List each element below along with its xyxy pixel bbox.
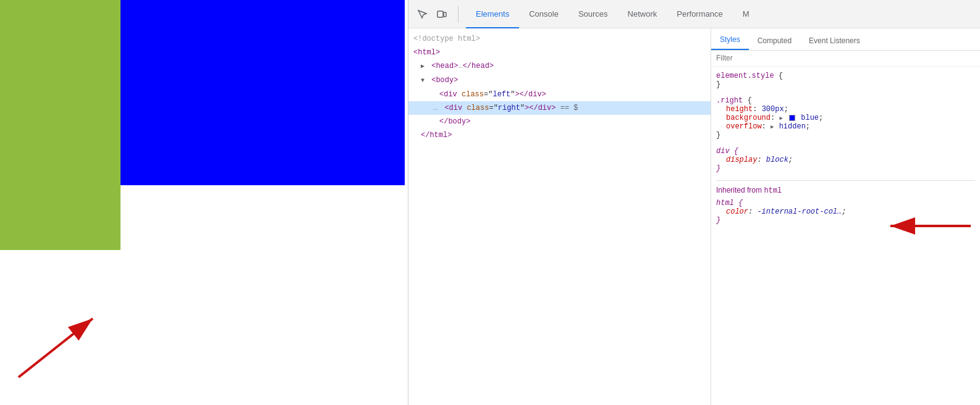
tab-more[interactable]: M — [733, 0, 759, 28]
tab-network[interactable]: Network — [618, 0, 667, 28]
html-rule-block: html { color: -internal-root-col…; } — [716, 199, 975, 225]
devtools-panel: Elements Console Sources Network Perform… — [408, 0, 980, 405]
bottom-left-arrow — [12, 306, 124, 386]
dom-right-div-line[interactable]: … <div class="right"></div> == $ — [408, 101, 711, 115]
tab-computed[interactable]: Computed — [749, 36, 800, 50]
preview-area — [0, 0, 408, 405]
tab-styles[interactable]: Styles — [711, 35, 749, 50]
inherited-from-header: Inherited from html — [716, 180, 975, 195]
devtools-content: <!doctype html> <html> ▶ <head>…</head> … — [408, 28, 980, 405]
preview-right-div — [120, 0, 405, 185]
tab-performance[interactable]: Performance — [667, 0, 732, 28]
devtools-tabs: Elements Console Sources Network Perform… — [466, 0, 759, 28]
devtools-toolbar: Elements Console Sources Network Perform… — [408, 0, 980, 28]
svg-rect-3 — [444, 12, 446, 17]
dom-left-div-line[interactable]: <div class="left"></div> — [408, 88, 711, 101]
svg-rect-2 — [437, 11, 443, 17]
tab-elements[interactable]: Elements — [466, 0, 519, 28]
color-swatch-blue[interactable] — [789, 115, 795, 121]
tab-event-listeners[interactable]: Event Listeners — [800, 36, 869, 50]
styles-panel-tabs: Styles Computed Event Listeners — [711, 28, 980, 51]
dom-head-line[interactable]: ▶ <head>…</head> — [408, 59, 711, 73]
dom-html-close-line[interactable]: </html> — [408, 128, 711, 142]
styles-content[interactable]: element.style { } .right { height: 300px… — [711, 67, 980, 405]
overflow-expand-triangle[interactable]: ▶ — [771, 123, 774, 130]
background-expand-triangle[interactable]: ▶ — [779, 115, 782, 122]
dom-body-open-line[interactable]: ▼ <body> — [408, 73, 711, 88]
inspect-element-button[interactable] — [413, 6, 431, 23]
elements-panel[interactable]: <!doctype html> <html> ▶ <head>…</head> … — [408, 28, 711, 405]
tab-sources[interactable]: Sources — [568, 0, 618, 28]
body-triangle[interactable]: ▼ — [421, 75, 427, 87]
preview-left-div — [0, 0, 120, 250]
div-rule-block: div { display: block; } — [716, 147, 975, 173]
dom-body-close-line[interactable]: </body> — [408, 115, 711, 128]
device-toolbar-button[interactable] — [433, 6, 450, 23]
dom-doctype-line[interactable]: <!doctype html> — [408, 32, 711, 46]
right-rule-block: .right { height: 300px; background: ▶ bl… — [716, 96, 975, 140]
head-triangle[interactable]: ▶ — [421, 61, 427, 73]
tab-console[interactable]: Console — [519, 0, 568, 28]
styles-panel: Styles Computed Event Listeners element. — [711, 28, 980, 405]
dom-html-open-line[interactable]: <html> — [408, 46, 711, 59]
filter-input[interactable] — [716, 54, 975, 62]
element-style-block: element.style { } — [716, 72, 975, 89]
svg-line-1 — [19, 319, 93, 377]
filter-bar[interactable] — [711, 51, 980, 67]
toolbar-icons — [413, 6, 458, 23]
